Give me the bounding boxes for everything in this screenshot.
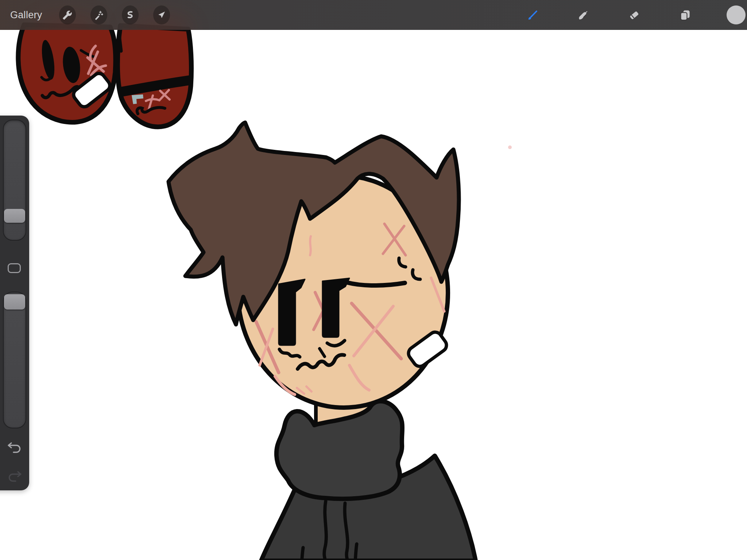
- paint-brush-icon: [527, 9, 539, 21]
- color-circle-icon: [727, 5, 746, 24]
- main-character: [169, 122, 476, 560]
- blob2-body: [117, 26, 191, 127]
- brush-size-slider[interactable]: [3, 120, 26, 241]
- adjustments-button[interactable]: [90, 5, 107, 24]
- layers-button[interactable]: [676, 5, 694, 24]
- red-blob-character-left: [18, 25, 116, 122]
- top-toolbar: Gallery: [0, 0, 747, 30]
- app-window: Gallery: [0, 0, 747, 560]
- redo-arrow-icon: [7, 468, 23, 483]
- sidebar-tool-panel: [0, 116, 29, 490]
- opacity-slider[interactable]: [3, 292, 26, 428]
- blob2-notch-line: [119, 36, 121, 51]
- redo-button[interactable]: [7, 468, 23, 483]
- gallery-button[interactable]: Gallery: [10, 9, 42, 21]
- wrench-icon: [62, 10, 72, 20]
- paint-button[interactable]: [523, 5, 542, 24]
- smudge-button[interactable]: [573, 5, 592, 24]
- layers-icon: [679, 9, 691, 21]
- s-curve-icon: [125, 10, 135, 20]
- opacity-slider-thumb[interactable]: [4, 294, 25, 310]
- selection-button[interactable]: [122, 5, 139, 24]
- smudge-finger-icon: [577, 9, 589, 21]
- eraser-icon: [628, 9, 640, 21]
- right-tool-group: [492, 0, 747, 30]
- modify-button[interactable]: [8, 263, 21, 273]
- brush-size-slider-thumb[interactable]: [4, 209, 25, 223]
- drawing-canvas[interactable]: [0, 0, 747, 560]
- undo-arrow-icon: [7, 440, 23, 454]
- arrow-cursor-icon: [156, 10, 166, 20]
- color-button[interactable]: [727, 5, 746, 24]
- magic-wand-icon: [94, 10, 104, 20]
- actions-button[interactable]: [59, 5, 76, 24]
- stray-pink-dot: [508, 145, 512, 149]
- red-blob-character-right: [113, 26, 196, 127]
- undo-button[interactable]: [7, 440, 23, 454]
- erase-button[interactable]: [624, 5, 643, 24]
- transform-button[interactable]: [153, 5, 170, 24]
